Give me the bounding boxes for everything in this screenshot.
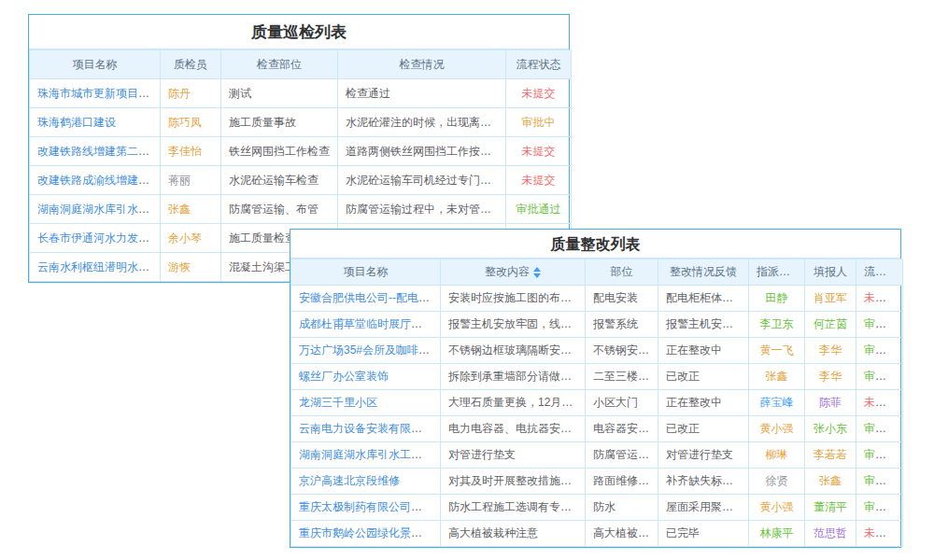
rect-cell-project: 螺丝厂办公室装饰 xyxy=(291,364,441,390)
rect-cell-part: 配电安装 xyxy=(586,286,658,312)
sort-icon[interactable] xyxy=(533,267,541,278)
rect-cell-project: 京沪高速北京段维修 xyxy=(291,469,441,495)
rect-assignee-text: 田静 xyxy=(766,291,788,304)
rect-cell-feedback: 已改正 xyxy=(658,416,749,442)
rect-feedback-text: 屋面采用聚氨... xyxy=(666,500,743,513)
insp-cell-situation: 防腐管运输过程中，未对管进行... xyxy=(338,195,506,224)
rect-cell-reporter: 肖亚军 xyxy=(805,286,856,312)
column-label: 质检员 xyxy=(174,58,207,71)
rect-content-text: 防水工程施工选调有专业资质... xyxy=(448,500,586,513)
rect-row: 重庆市鹅岭公园绿化景观提升...高大植被栽种注意高大植被栽种已完毕林康平范思哲未… xyxy=(291,521,903,547)
insp-cell-part: 施工质量事故 xyxy=(221,108,338,137)
rectification-table-body: 安徽合肥供电公司--配电设备...安装时应按施工图的布置，将...配电安装配电柜… xyxy=(291,286,903,547)
rect-cell-assignee: 田静 xyxy=(749,286,805,312)
insp-part-text: 施工质量事故 xyxy=(229,116,296,129)
rect-cell-content: 电力电容器、电抗器安装方案... xyxy=(441,416,586,442)
insp-header-status: 流程状态 xyxy=(506,50,572,79)
rect-part-text: 高大植被栽种 xyxy=(593,526,658,539)
project-link[interactable]: 龙湖三千里小区 xyxy=(299,396,377,409)
project-link[interactable]: 珠海鹤港口建设 xyxy=(37,116,116,129)
rect-cell-status: 审批通过 xyxy=(856,338,903,364)
rect-cell-assignee: 薛宝峰 xyxy=(749,390,805,416)
rect-header-reporter: 填报人 xyxy=(805,259,856,286)
project-link[interactable]: 万达广场35#会所及咖啡厅空... xyxy=(299,343,441,357)
project-link[interactable]: 安徽合肥供电公司--配电设备... xyxy=(299,291,441,304)
project-link[interactable]: 云南水利枢纽潜明水库... xyxy=(37,260,159,273)
rect-reporter-text: 张小东 xyxy=(814,422,847,435)
rect-assignee-text: 徐贤 xyxy=(766,474,788,487)
insp-part-text: 测试 xyxy=(229,87,251,100)
insp-cell-part: 水泥砼运输车检查 xyxy=(221,166,338,195)
insp-status-text: 审批中 xyxy=(522,116,556,129)
rect-cell-part: 二至三楼混... xyxy=(586,364,658,390)
rect-status-text: 未提交 xyxy=(864,291,898,304)
project-link[interactable]: 湖南洞庭湖水库引水工... xyxy=(37,203,159,216)
project-link[interactable]: 珠海市城市更新项目紫... xyxy=(37,87,159,100)
column-label: 项目名称 xyxy=(73,58,118,71)
rect-cell-feedback: 配电柜柜体与... xyxy=(658,286,749,312)
column-label: 检查部位 xyxy=(257,58,302,71)
column-label: 整改内容 xyxy=(485,265,530,278)
project-link[interactable]: 改建铁路线增建第二线... xyxy=(37,145,159,158)
inspection-header-row: 项目名称质检员检查部位检查情况流程状态 xyxy=(30,50,572,79)
rect-part-text: 二至三楼混... xyxy=(593,370,658,383)
project-link[interactable]: 云南电力设备安装有限公司20... xyxy=(299,422,441,435)
rect-cell-feedback: 对管进行垫支 xyxy=(658,442,749,469)
insp-cell-project: 珠海鹤港口建设 xyxy=(30,108,161,137)
rect-cell-reporter: 张鑫 xyxy=(805,469,856,495)
rect-cell-status: 未提交 xyxy=(856,286,903,312)
rect-row: 云南电力设备安装有限公司20...电力电容器、电抗器安装方案...电容器安装..… xyxy=(291,416,903,442)
rect-cell-feedback: 已改正 xyxy=(658,364,749,390)
project-link[interactable]: 重庆太极制药有限公司亳州中... xyxy=(299,500,441,513)
rect-content-text: 不锈钢边框玻璃隔断安装不牢... xyxy=(448,343,586,357)
insp-cell-project: 湖南洞庭湖水库引水工... xyxy=(30,195,161,224)
insp-cell-project: 云南水利枢纽潜明水库... xyxy=(30,253,161,282)
rect-row: 安徽合肥供电公司--配电设备...安装时应按施工图的布置，将...配电安装配电柜… xyxy=(291,286,903,312)
rect-cell-content: 不锈钢边框玻璃隔断安装不牢... xyxy=(441,338,586,364)
rect-content-text: 对管进行垫支 xyxy=(448,448,516,461)
rect-cell-status: 未提交 xyxy=(856,521,903,547)
rect-reporter-text: 董清平 xyxy=(814,500,847,513)
rect-cell-part: 高大植被栽种 xyxy=(586,521,658,547)
project-link[interactable]: 成都杜甫草堂临时展厅独立展... xyxy=(299,317,441,330)
project-link[interactable]: 长春市伊通河水力发电... xyxy=(37,231,159,245)
rectification-table: 项目名称整改内容部位整改情况反馈指派人员填报人流程状态 安徽合肥供电公司--配电… xyxy=(290,259,903,547)
rect-reporter-text: 范思哲 xyxy=(814,526,847,539)
insp-cell-status: 未提交 xyxy=(506,166,572,195)
rect-cell-status: 审批通过 xyxy=(856,416,903,442)
rect-header-content[interactable]: 整改内容 xyxy=(441,259,586,286)
project-link[interactable]: 湖南洞庭湖水库引水工程施工1... xyxy=(299,448,441,461)
project-link[interactable]: 重庆市鹅岭公园绿化景观提升... xyxy=(299,526,441,539)
rectification-header-row: 项目名称整改内容部位整改情况反馈指派人员填报人流程状态 xyxy=(291,259,903,286)
insp-cell-status: 审批中 xyxy=(506,108,572,137)
insp-inspector-text: 陈丹 xyxy=(168,87,191,100)
insp-inspector-text: 蒋丽 xyxy=(168,174,191,187)
insp-inspector-text: 陈巧凤 xyxy=(168,116,202,129)
rect-assignee-text: 薛宝峰 xyxy=(760,396,794,409)
insp-cell-part: 铁丝网围挡工作检查 xyxy=(221,137,338,166)
insp-cell-situation: 水泥砼灌注的时候，出现离析现象 xyxy=(338,108,506,137)
rect-status-text: 审批通过 xyxy=(864,422,903,435)
project-link[interactable]: 改建铁路成渝线增建第... xyxy=(37,174,159,187)
rect-cell-assignee: 黄一飞 xyxy=(749,338,805,364)
project-link[interactable]: 螺丝厂办公室装饰 xyxy=(299,370,389,383)
insp-row: 湖南洞庭湖水库引水工...张鑫防腐管运输、布管防腐管运输过程中，未对管进行...… xyxy=(30,195,572,224)
insp-header-project: 项目名称 xyxy=(30,50,161,79)
project-link[interactable]: 京沪高速北京段维修 xyxy=(299,474,400,487)
rect-header-assignee: 指派人员 xyxy=(749,259,805,286)
rect-assignee-text: 柳琳 xyxy=(766,448,788,461)
rect-feedback-text: 已改正 xyxy=(666,422,700,435)
rectification-table-card: 质量整改列表 项目名称整改内容部位整改情况反馈指派人员填报人流程状态 安徽合肥供… xyxy=(290,229,901,548)
insp-part-text: 混凝土沟渠工 xyxy=(229,260,296,273)
rect-reporter-text: 李华 xyxy=(819,370,842,383)
insp-cell-inspector: 陈丹 xyxy=(161,79,221,108)
rect-status-text: 审批通过 xyxy=(864,474,903,487)
rect-reporter-text: 陈菲 xyxy=(819,396,842,409)
insp-status-text: 审批通过 xyxy=(517,203,561,216)
rect-cell-status: 未提交 xyxy=(856,390,903,416)
insp-situation-text: 防腐管运输过程中，未对管进行... xyxy=(346,203,506,216)
rect-assignee-text: 李卫东 xyxy=(760,317,794,330)
insp-cell-project: 珠海市城市更新项目紫... xyxy=(30,79,161,108)
rect-content-text: 报警主机安放牢固，线缆连接... xyxy=(448,317,586,330)
rectification-table-title: 质量整改列表 xyxy=(290,230,900,259)
